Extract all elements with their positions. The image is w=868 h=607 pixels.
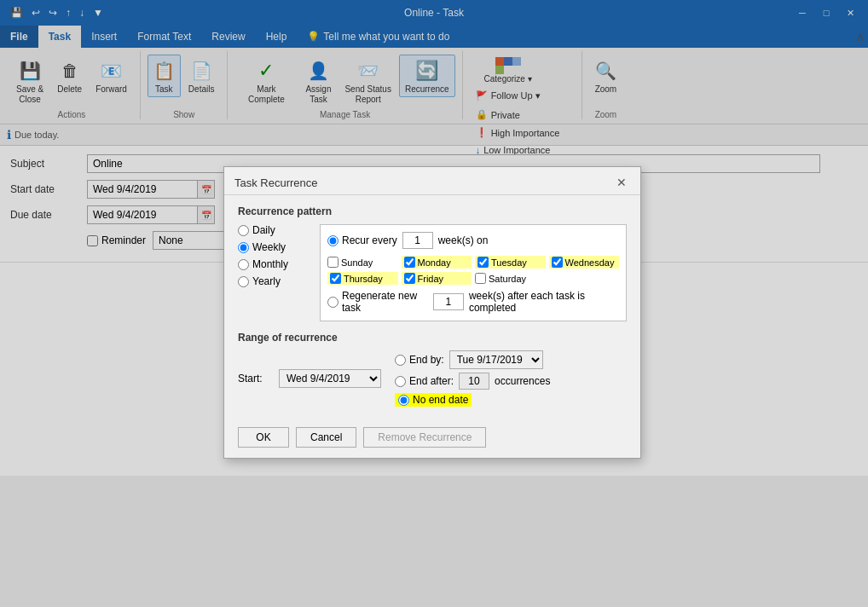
no-end-row: No end date bbox=[395, 393, 550, 407]
end-after-row: End after: occurrences bbox=[395, 373, 550, 390]
tuesday-label: Tuesday bbox=[491, 257, 527, 268]
pattern-options: Recur every week(s) on Sunday M bbox=[320, 224, 627, 321]
no-end-radio-item[interactable]: No end date bbox=[398, 394, 468, 406]
wednesday-checkbox[interactable] bbox=[552, 257, 563, 268]
range-start-label: Start: bbox=[238, 373, 272, 384]
no-end-radio[interactable] bbox=[398, 395, 409, 406]
recur-every-input[interactable] bbox=[402, 232, 433, 249]
thursday-check-item[interactable]: Thursday bbox=[327, 272, 398, 285]
monday-check-item[interactable]: Monday bbox=[402, 256, 472, 269]
cancel-button[interactable]: Cancel bbox=[296, 427, 356, 448]
range-section-header: Range of recurrence bbox=[238, 332, 627, 344]
yearly-radio[interactable] bbox=[238, 276, 249, 287]
dialog-close-button[interactable]: ✕ bbox=[613, 174, 630, 191]
end-by-radio-item[interactable]: End by: bbox=[395, 354, 444, 366]
range-section: Range of recurrence Start: Wed 9/4/2019 … bbox=[238, 332, 627, 407]
ok-button[interactable]: OK bbox=[238, 427, 289, 448]
range-options: End by: Tue 9/17/2019 End after: bbox=[395, 350, 550, 407]
occurrences-input[interactable] bbox=[459, 373, 489, 390]
recur-every-label: Recur every bbox=[342, 234, 397, 246]
recur-every-row: Recur every week(s) on bbox=[327, 232, 619, 249]
regenerate-label: Regenerate new task bbox=[342, 290, 428, 314]
weekly-radio[interactable] bbox=[238, 242, 249, 253]
tuesday-checkbox[interactable] bbox=[477, 257, 489, 268]
thursday-checkbox[interactable] bbox=[330, 273, 341, 284]
weekly-radio-item[interactable]: Weekly bbox=[238, 241, 306, 253]
range-start-dropdown[interactable]: Wed 9/4/2019 bbox=[279, 369, 381, 388]
wednesday-label: Wednesday bbox=[565, 257, 615, 268]
recurrence-pattern: Daily Weekly Monthly Yearly bbox=[238, 224, 627, 321]
sunday-check-item[interactable]: Sunday bbox=[327, 256, 398, 269]
recur-every-radio[interactable] bbox=[327, 235, 339, 246]
range-start-row: Start: Wed 9/4/2019 End by: Tue 9/17/201… bbox=[238, 350, 627, 407]
weeks-on-label: week(s) on bbox=[438, 234, 489, 246]
friday-checkbox[interactable] bbox=[404, 273, 415, 284]
friday-label: Friday bbox=[418, 274, 444, 284]
regenerate-input[interactable] bbox=[433, 293, 464, 310]
regenerate-radio-item[interactable]: Regenerate new task bbox=[327, 290, 428, 314]
dialog-buttons: OK Cancel Remove Recurrence bbox=[224, 420, 640, 458]
saturday-label: Saturday bbox=[489, 274, 526, 284]
weekly-label: Weekly bbox=[252, 241, 286, 253]
no-end-label: No end date bbox=[413, 394, 468, 406]
recur-every-radio-item[interactable]: Recur every bbox=[327, 234, 397, 246]
monthly-label: Monthly bbox=[252, 258, 288, 270]
pattern-section-header: Recurrence pattern bbox=[238, 205, 627, 217]
dialog-overlay: Task Recurrence ✕ Recurrence pattern Dai… bbox=[0, 0, 868, 607]
end-after-radio-item[interactable]: End after: bbox=[395, 375, 454, 387]
monday-checkbox[interactable] bbox=[404, 257, 415, 268]
friday-check-item[interactable]: Friday bbox=[402, 272, 472, 285]
daily-radio[interactable] bbox=[238, 225, 249, 236]
monthly-radio-item[interactable]: Monthly bbox=[238, 258, 306, 270]
regenerate-radio[interactable] bbox=[327, 297, 339, 308]
sunday-checkbox[interactable] bbox=[327, 257, 339, 268]
thursday-label: Thursday bbox=[344, 274, 383, 284]
wednesday-check-item[interactable]: Wednesday bbox=[549, 256, 620, 269]
tuesday-check-item[interactable]: Tuesday bbox=[475, 256, 546, 269]
end-after-radio[interactable] bbox=[395, 376, 406, 387]
dialog-title-bar: Task Recurrence ✕ bbox=[224, 167, 640, 195]
yearly-label: Yearly bbox=[252, 275, 281, 287]
days-grid: Sunday Monday Tuesday Wednesday bbox=[327, 256, 619, 285]
yearly-radio-item[interactable]: Yearly bbox=[238, 275, 306, 287]
dialog-body: Recurrence pattern Daily Weekly Monthly bbox=[224, 195, 640, 420]
monthly-radio[interactable] bbox=[238, 259, 249, 270]
daily-radio-item[interactable]: Daily bbox=[238, 224, 306, 236]
no-end-highlighted: No end date bbox=[395, 393, 472, 407]
saturday-checkbox[interactable] bbox=[475, 273, 486, 284]
end-by-row: End by: Tue 9/17/2019 bbox=[395, 350, 550, 369]
regenerate-suffix: week(s) after each task is completed bbox=[469, 290, 619, 314]
task-recurrence-dialog: Task Recurrence ✕ Recurrence pattern Dai… bbox=[223, 166, 641, 459]
remove-recurrence-button[interactable]: Remove Recurrence bbox=[363, 427, 486, 448]
pattern-types: Daily Weekly Monthly Yearly bbox=[238, 224, 306, 321]
dialog-title: Task Recurrence bbox=[234, 176, 318, 189]
monday-label: Monday bbox=[418, 257, 451, 268]
end-by-dropdown[interactable]: Tue 9/17/2019 bbox=[449, 350, 543, 369]
regenerate-row: Regenerate new task week(s) after each t… bbox=[327, 290, 619, 314]
saturday-check-item[interactable]: Saturday bbox=[475, 272, 546, 285]
end-by-label: End by: bbox=[409, 354, 444, 366]
end-after-label: End after: bbox=[409, 375, 454, 387]
end-by-radio[interactable] bbox=[395, 355, 406, 366]
occurrences-label: occurrences bbox=[495, 375, 550, 387]
daily-label: Daily bbox=[252, 224, 275, 236]
sunday-label: Sunday bbox=[341, 257, 373, 268]
